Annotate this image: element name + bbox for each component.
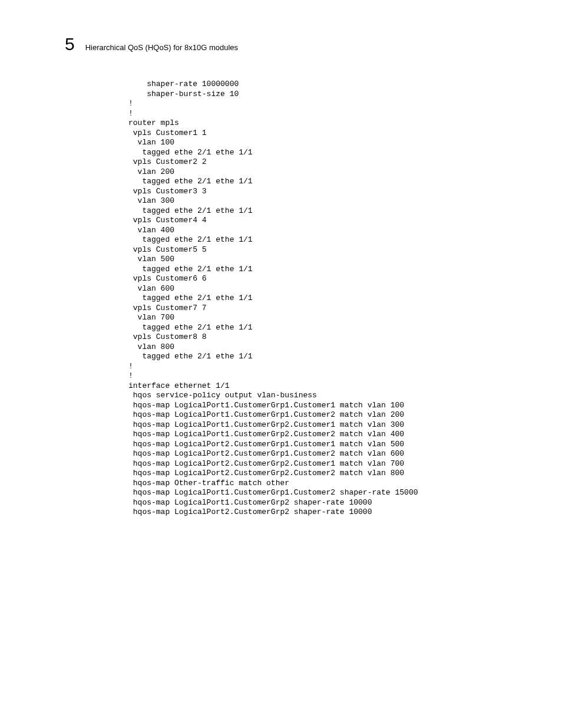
config-code-block: shaper-rate 10000000 shaper-burst-size 1… [128,80,418,518]
chapter-number: 5 [65,35,75,53]
page-header: 5 Hierarchical QoS (HQoS) for 8x10G modu… [65,35,497,53]
page: 5 Hierarchical QoS (HQoS) for 8x10G modu… [0,0,562,728]
page-title: Hierarchical QoS (HQoS) for 8x10G module… [85,43,238,52]
